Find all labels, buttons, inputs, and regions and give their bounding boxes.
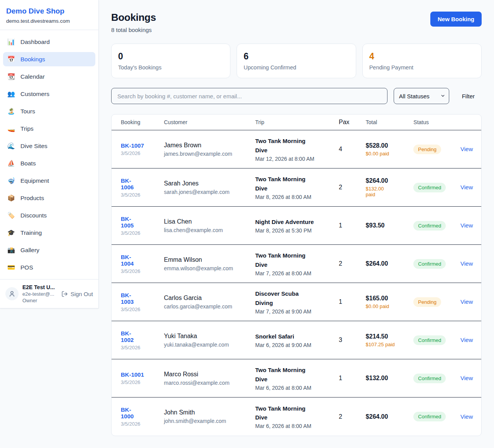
sidebar-item-dashboard[interactable]: 📊 Dashboard: [3, 35, 95, 49]
avatar: [5, 287, 19, 300]
filter-button[interactable]: Filter: [462, 93, 475, 99]
sidebar-item-equipment[interactable]: 🤿 Equipment: [3, 173, 95, 188]
table-row: BK-1001 3/5/2026 Marco Rossi marco.rossi…: [112, 359, 481, 397]
calendar-icon: 📆: [7, 73, 15, 80]
total-amount: $93.50: [366, 222, 414, 229]
booking-id-link[interactable]: BK-1001: [121, 371, 164, 378]
customer-email: emma.wilson@example.com: [164, 265, 255, 271]
discounts-tag-icon: 🏷️: [7, 212, 15, 219]
trip-name: Two Tank Morning Dive: [255, 175, 317, 193]
products-package-icon: 📦: [7, 194, 15, 202]
sidebar-item-training[interactable]: 🎓 Training: [3, 226, 95, 240]
new-booking-button[interactable]: New Booking: [430, 12, 482, 27]
pax-count: 1: [339, 298, 366, 305]
stat-card: 4 Pending Payment: [362, 44, 482, 78]
status-badge: Confirmed: [413, 412, 446, 421]
customer-email: james.brown@example.com: [164, 151, 255, 157]
sidebar-item-customers[interactable]: 👥 Customers: [3, 87, 95, 101]
view-link[interactable]: View: [460, 184, 473, 190]
training-cap-icon: 🎓: [7, 229, 15, 236]
column-header-booking: Booking: [121, 119, 164, 125]
dive-sites-wave-icon: 🌊: [7, 142, 15, 150]
view-link[interactable]: View: [460, 337, 473, 343]
bookings-calendar-icon: 📅: [7, 56, 15, 63]
booking-id-link[interactable]: BK-1000: [121, 406, 135, 419]
trip-datetime: Mar 6, 2026 at 9:00 AM: [255, 342, 325, 348]
boats-sailboat-icon: ⛵: [7, 160, 15, 167]
user-email: e2e-tester@...: [22, 291, 58, 297]
booking-id-link[interactable]: BK-1006: [121, 177, 135, 190]
trip-datetime: Mar 8, 2026 at 5:30 PM: [255, 227, 325, 234]
table-header: Booking Customer Trip Pax Total Status: [112, 115, 481, 130]
trip-name: Snorkel Safari: [255, 332, 317, 341]
customer-name: Sarah Jones: [164, 180, 255, 187]
trip-datetime: Mar 8, 2026 at 8:00 AM: [255, 194, 325, 200]
view-link[interactable]: View: [460, 146, 473, 152]
brand-name: Demo Dive Shop: [6, 7, 92, 15]
status-filter-wrap: All Statuses: [394, 88, 449, 104]
trip-datetime: Mar 6, 2026 at 8:00 AM: [255, 385, 325, 391]
sidebar-item-tours[interactable]: 🏝️ Tours: [3, 104, 95, 118]
booking-id-link[interactable]: BK-1003: [121, 292, 135, 305]
booking-date: 3/5/2026: [121, 150, 164, 156]
sidebar-item-dive-sites[interactable]: 🌊 Dive Sites: [3, 139, 95, 153]
sidebar-item-boats[interactable]: ⛵ Boats: [3, 156, 95, 170]
customer-name: James Brown: [164, 142, 255, 149]
view-link[interactable]: View: [460, 375, 473, 381]
status-badge: Confirmed: [413, 221, 446, 231]
sidebar-item-products[interactable]: 📦 Products: [3, 191, 95, 205]
bookings-table: Booking Customer Trip Pax Total Status B…: [111, 114, 482, 436]
sidebar-item-gallery[interactable]: 📸 Gallery: [3, 243, 95, 257]
sidebar-item-bookings[interactable]: 📅 Bookings: [3, 52, 95, 66]
customers-people-icon: 👥: [7, 90, 15, 98]
search-input[interactable]: [111, 88, 387, 104]
customer-name: Yuki Tanaka: [164, 333, 255, 340]
customer-email: lisa.chen@example.com: [164, 227, 255, 233]
equipment-mask-icon: 🤿: [7, 177, 15, 184]
filters-row: All Statuses Filter: [111, 88, 482, 104]
table-row: BK-1007 3/5/2026 James Brown james.brown…: [112, 130, 481, 168]
user-icon: [8, 290, 15, 297]
view-link[interactable]: View: [460, 260, 473, 267]
table-row: BK-1000 3/5/2026 John Smith john.smith@e…: [112, 397, 481, 436]
sidebar-item-calendar[interactable]: 📆 Calendar: [3, 69, 95, 84]
pax-count: 3: [339, 337, 366, 344]
stat-value: 4: [369, 51, 475, 62]
column-header-status: Status: [413, 119, 460, 125]
page-title: Bookings: [111, 12, 156, 24]
customer-name: Marco Rossi: [164, 371, 255, 378]
booking-id-link[interactable]: BK-1004: [121, 254, 135, 267]
view-link[interactable]: View: [460, 298, 473, 305]
tours-island-icon: 🏝️: [7, 108, 15, 115]
sign-out-button[interactable]: Sign Out: [61, 291, 93, 297]
view-link[interactable]: View: [460, 413, 473, 420]
status-badge: Pending: [413, 297, 441, 307]
total-amount: $264.00: [366, 177, 414, 184]
trip-name: Two Tank Morning Dive: [255, 136, 317, 155]
booking-id-link[interactable]: BK-1005: [121, 216, 135, 229]
status-badge: Confirmed: [413, 183, 446, 192]
brand-block: Demo Dive Shop demo.test.divestreams.com: [0, 0, 98, 30]
sidebar-item-pos[interactable]: 💳 POS: [3, 260, 95, 275]
sidebar-item-trips[interactable]: 🚤 Trips: [3, 121, 95, 136]
table-row: BK-1004 3/5/2026 Emma Wilson emma.wilson…: [112, 245, 481, 283]
stat-label: Today's Bookings: [118, 64, 223, 71]
user-meta: E2E Test U... e2e-tester@... Owner: [22, 284, 58, 303]
sidebar-item-discounts[interactable]: 🏷️ Discounts: [3, 208, 95, 222]
total-amount: $132.00: [366, 375, 414, 382]
customer-email: carlos.garcia@example.com: [164, 303, 255, 310]
sidebar-nav: 📊 Dashboard 📅 Bookings 📆 Calendar 👥 Cust…: [0, 30, 98, 278]
booking-id-link[interactable]: BK-1007: [121, 142, 164, 149]
table-row: BK-1003 3/5/2026 Carlos Garcia carlos.ga…: [112, 283, 481, 321]
total-amount: $214.50: [366, 333, 414, 340]
status-filter-select[interactable]: All Statuses: [394, 88, 449, 104]
customer-name: Lisa Chen: [164, 218, 255, 225]
booking-id-link[interactable]: BK-1002: [121, 330, 135, 343]
sign-out-icon: [61, 291, 68, 297]
trip-datetime: Mar 7, 2026 at 9:00 AM: [255, 308, 325, 315]
page-subtitle: 8 total bookings: [111, 27, 156, 33]
stat-value: 6: [244, 51, 349, 62]
view-link[interactable]: View: [460, 222, 473, 229]
customer-name: Carlos Garcia: [164, 295, 255, 301]
booking-date: 3/5/2026: [121, 345, 164, 350]
